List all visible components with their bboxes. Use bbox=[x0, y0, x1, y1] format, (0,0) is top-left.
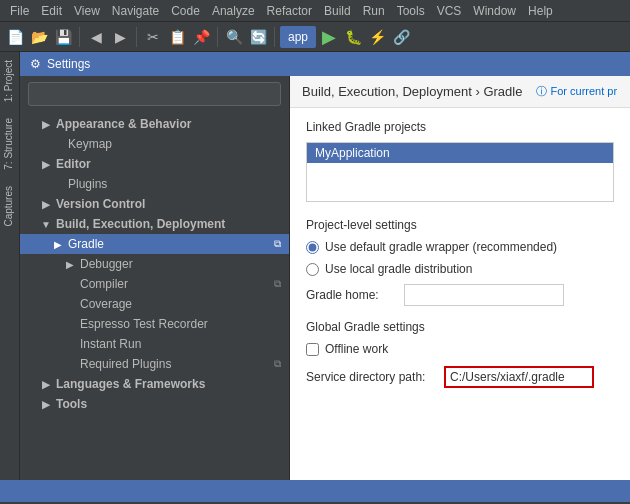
tree-compiler[interactable]: Compiler ⧉ bbox=[20, 274, 289, 294]
tree-instant-run[interactable]: Instant Run bbox=[20, 334, 289, 354]
radio-local-dist-input[interactable] bbox=[306, 263, 319, 276]
menu-file[interactable]: File bbox=[4, 2, 35, 20]
offline-work-label: Offline work bbox=[325, 342, 388, 356]
menu-window[interactable]: Window bbox=[467, 2, 522, 20]
back-btn[interactable]: ◀ bbox=[85, 26, 107, 48]
radio-default-wrapper[interactable]: Use default gradle wrapper (recommended) bbox=[306, 240, 614, 254]
arrow-icon: ▶ bbox=[40, 119, 52, 130]
for-current-pe: ⓘ For current pr bbox=[536, 84, 617, 99]
tree-coverage[interactable]: Coverage bbox=[20, 294, 289, 314]
linked-projects-box[interactable]: MyApplication bbox=[306, 142, 614, 202]
menu-view[interactable]: View bbox=[68, 2, 106, 20]
menu-navigate[interactable]: Navigate bbox=[106, 2, 165, 20]
tree-editor[interactable]: ▶ Editor bbox=[20, 154, 289, 174]
toolbar-separator-4 bbox=[274, 27, 275, 47]
settings-search-input[interactable] bbox=[28, 82, 281, 106]
project-settings-label: Project-level settings bbox=[306, 218, 614, 232]
tree-plugins[interactable]: Plugins bbox=[20, 174, 289, 194]
menu-bar: File Edit View Navigate Code Analyze Ref… bbox=[0, 0, 630, 22]
gradle-home-label: Gradle home: bbox=[306, 288, 396, 302]
tree-item-label: Tools bbox=[56, 397, 87, 411]
arrow-icon: ▼ bbox=[40, 219, 52, 230]
menu-code[interactable]: Code bbox=[165, 2, 206, 20]
tree-appearance[interactable]: ▶ Appearance & Behavior bbox=[20, 114, 289, 134]
menu-refactor[interactable]: Refactor bbox=[261, 2, 318, 20]
tree-keymap[interactable]: Keymap bbox=[20, 134, 289, 154]
tree-item-label: Required Plugins bbox=[80, 357, 171, 371]
tree-item-label: Languages & Frameworks bbox=[56, 377, 205, 391]
profile-btn[interactable]: ⚡ bbox=[366, 26, 388, 48]
menu-analyze[interactable]: Analyze bbox=[206, 2, 261, 20]
tree-item-label: Compiler bbox=[80, 277, 128, 291]
tree-item-label: Appearance & Behavior bbox=[56, 117, 191, 131]
menu-help[interactable]: Help bbox=[522, 2, 559, 20]
paste-btn[interactable]: 📌 bbox=[190, 26, 212, 48]
tree-item-label: Coverage bbox=[80, 297, 132, 311]
settings-left-panel: ▶ Appearance & Behavior Keymap ▶ Editor … bbox=[20, 76, 290, 480]
offline-work-option[interactable]: Offline work bbox=[306, 342, 614, 356]
arrow-icon: ▶ bbox=[40, 399, 52, 410]
open-btn[interactable]: 📂 bbox=[28, 26, 50, 48]
radio-default-wrapper-input[interactable] bbox=[306, 241, 319, 254]
arrow-icon: ▶ bbox=[40, 379, 52, 390]
app-selector[interactable]: app bbox=[280, 26, 316, 48]
tree-languages[interactable]: ▶ Languages & Frameworks bbox=[20, 374, 289, 394]
service-dir-input[interactable] bbox=[444, 366, 594, 388]
copy-btn[interactable]: 📋 bbox=[166, 26, 188, 48]
radio-default-wrapper-label: Use default gradle wrapper (recommended) bbox=[325, 240, 557, 254]
arrow-icon: ▶ bbox=[64, 259, 76, 270]
run-btn[interactable]: ▶ bbox=[318, 26, 340, 48]
tree-item-label: Editor bbox=[56, 157, 91, 171]
right-content: Linked Gradle projects MyApplication Pro… bbox=[290, 108, 630, 480]
forward-btn[interactable]: ▶ bbox=[109, 26, 131, 48]
copy-icon: ⧉ bbox=[274, 238, 281, 250]
settings-right-panel: Build, Execution, Deployment › Gradle ⓘ … bbox=[290, 76, 630, 480]
toolbar-separator-1 bbox=[79, 27, 80, 47]
new-file-btn[interactable]: 📄 bbox=[4, 26, 26, 48]
menu-vcs[interactable]: VCS bbox=[431, 2, 468, 20]
radio-local-dist-label: Use local gradle distribution bbox=[325, 262, 472, 276]
global-settings-label: Global Gradle settings bbox=[306, 320, 614, 334]
find-btn[interactable]: 🔍 bbox=[223, 26, 245, 48]
gradle-home-row: Gradle home: bbox=[306, 284, 614, 306]
tree-gradle[interactable]: ▶ Gradle ⧉ bbox=[20, 234, 289, 254]
menu-tools[interactable]: Tools bbox=[391, 2, 431, 20]
arrow-icon: ▶ bbox=[40, 159, 52, 170]
settings-dialog: ⚙ Settings ▶ Appearance & Behavior Keyma… bbox=[20, 52, 630, 480]
copy-icon: ⧉ bbox=[274, 358, 281, 370]
tree-item-label: Espresso Test Recorder bbox=[80, 317, 208, 331]
tree-debugger[interactable]: ▶ Debugger bbox=[20, 254, 289, 274]
gradle-home-input[interactable] bbox=[404, 284, 564, 306]
service-dir-row: Service directory path: bbox=[306, 366, 614, 388]
offline-work-checkbox[interactable] bbox=[306, 343, 319, 356]
tree-item-label: Debugger bbox=[80, 257, 133, 271]
structure-tab[interactable]: 7: Structure bbox=[0, 110, 19, 178]
status-bar bbox=[0, 480, 630, 502]
breadcrumb-current: Gradle bbox=[483, 84, 522, 99]
tree-item-label: Instant Run bbox=[80, 337, 141, 351]
menu-run[interactable]: Run bbox=[357, 2, 391, 20]
debug-btn[interactable]: 🐛 bbox=[342, 26, 364, 48]
tree-espresso[interactable]: Espresso Test Recorder bbox=[20, 314, 289, 334]
tree-tools[interactable]: ▶ Tools bbox=[20, 394, 289, 414]
tree-build-execution[interactable]: ▼ Build, Execution, Deployment bbox=[20, 214, 289, 234]
cut-btn[interactable]: ✂ bbox=[142, 26, 164, 48]
linked-project-item[interactable]: MyApplication bbox=[307, 143, 613, 163]
settings-tree: ▶ Appearance & Behavior Keymap ▶ Editor … bbox=[20, 112, 289, 480]
menu-edit[interactable]: Edit bbox=[35, 2, 68, 20]
tree-item-label: Keymap bbox=[68, 137, 112, 151]
service-dir-label: Service directory path: bbox=[306, 370, 436, 384]
tree-vcs[interactable]: ▶ Version Control bbox=[20, 194, 289, 214]
tree-required-plugins[interactable]: Required Plugins ⧉ bbox=[20, 354, 289, 374]
attach-debugger-btn[interactable]: 🔗 bbox=[390, 26, 412, 48]
right-header: Build, Execution, Deployment › Gradle ⓘ … bbox=[290, 76, 630, 108]
project-tab[interactable]: 1: Project bbox=[0, 52, 19, 110]
tree-item-label: Gradle bbox=[68, 237, 104, 251]
replace-btn[interactable]: 🔄 bbox=[247, 26, 269, 48]
save-btn[interactable]: 💾 bbox=[52, 26, 74, 48]
menu-build[interactable]: Build bbox=[318, 2, 357, 20]
radio-local-dist[interactable]: Use local gradle distribution bbox=[306, 262, 614, 276]
project-settings-section: Project-level settings Use default gradl… bbox=[306, 218, 614, 306]
captures-tab[interactable]: Captures bbox=[0, 178, 19, 235]
tree-item-label: Build, Execution, Deployment bbox=[56, 217, 225, 231]
